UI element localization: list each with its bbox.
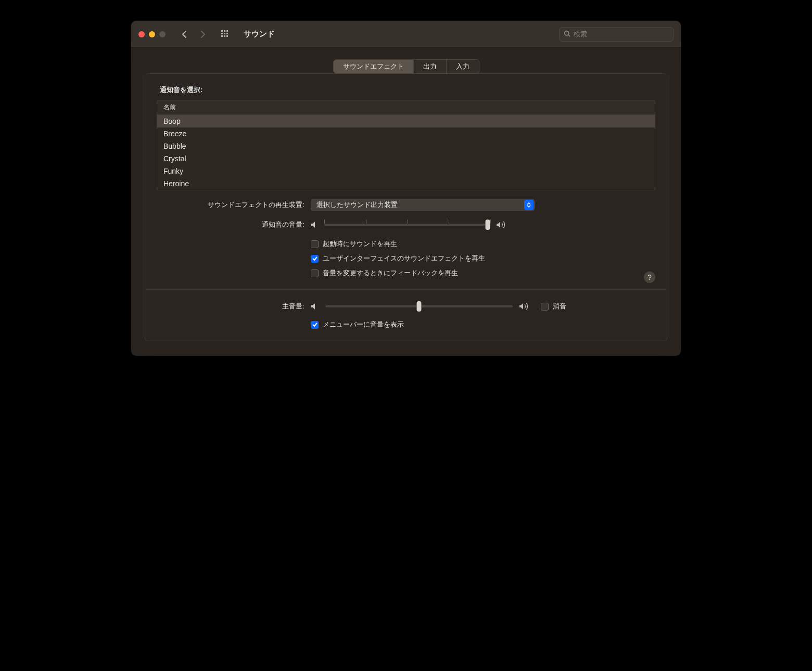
search-icon xyxy=(564,30,570,38)
svg-point-9 xyxy=(565,31,569,35)
list-item[interactable]: Crystal xyxy=(157,152,655,165)
volume-low-icon xyxy=(311,221,319,228)
sound-preferences-window: サウンド サウンドエフェクト 出力 入力 通知音を選択: 名前 Boop Bre… xyxy=(131,21,681,356)
svg-rect-6 xyxy=(221,35,223,37)
menubar-volume-checkbox[interactable] xyxy=(311,321,319,329)
volume-feedback-label: 音量を変更するときにフィードバックを再生 xyxy=(323,268,458,278)
svg-rect-0 xyxy=(221,30,223,32)
play-through-value: 選択したサウンド出力装置 xyxy=(316,200,398,210)
startup-sound-label: 起動時にサウンドを再生 xyxy=(323,239,397,249)
svg-rect-4 xyxy=(224,33,225,34)
ui-sound-checkbox[interactable] xyxy=(311,255,319,263)
zoom-window-button[interactable] xyxy=(159,31,166,37)
divider xyxy=(145,289,667,290)
mute-checkbox[interactable] xyxy=(541,303,549,311)
sound-effects-panel: 通知音を選択: 名前 Boop Breeze Bubble Crystal Fu… xyxy=(145,73,667,341)
minimize-window-button[interactable] xyxy=(149,31,155,37)
svg-rect-5 xyxy=(226,33,228,34)
svg-rect-3 xyxy=(221,33,223,34)
content-area: サウンドエフェクト 出力 入力 通知音を選択: 名前 Boop Breeze B… xyxy=(131,48,681,356)
list-item[interactable]: Boop xyxy=(157,115,655,127)
alert-volume-slider[interactable] xyxy=(324,220,491,230)
tab-bar: サウンドエフェクト 出力 入力 xyxy=(333,59,479,74)
svg-rect-1 xyxy=(224,30,225,32)
alert-volume-label: 通知音の音量: xyxy=(157,220,304,229)
help-button[interactable]: ? xyxy=(644,272,655,283)
close-window-button[interactable] xyxy=(138,31,145,37)
ui-sound-label: ユーザインターフェイスのサウンドエフェクトを再生 xyxy=(323,254,485,263)
svg-rect-7 xyxy=(224,35,225,37)
main-volume-slider[interactable] xyxy=(325,301,513,312)
play-through-select[interactable]: 選択したサウンド出力装置 xyxy=(311,199,535,211)
tab-sound-effects[interactable]: サウンドエフェクト xyxy=(334,60,414,73)
show-all-button[interactable] xyxy=(218,28,233,41)
forward-button[interactable] xyxy=(196,27,210,42)
mute-label: 消音 xyxy=(553,302,566,311)
back-button[interactable] xyxy=(177,27,192,42)
alert-sound-list: 名前 Boop Breeze Bubble Crystal Funky Hero… xyxy=(157,100,655,190)
tab-input[interactable]: 入力 xyxy=(447,60,479,73)
window-title: サウンド xyxy=(242,29,555,39)
toolbar: サウンド xyxy=(131,21,681,48)
list-column-name[interactable]: 名前 xyxy=(157,100,655,115)
volume-high-icon xyxy=(496,221,506,228)
window-controls xyxy=(138,31,166,37)
list-item[interactable]: Bubble xyxy=(157,140,655,152)
svg-rect-2 xyxy=(226,30,228,32)
list-item[interactable]: Heroine xyxy=(157,177,655,190)
startup-sound-checkbox[interactable] xyxy=(311,240,319,248)
volume-high-icon xyxy=(519,303,529,310)
select-stepper-icon xyxy=(524,200,534,210)
search-input[interactable] xyxy=(574,30,669,38)
search-field-wrap[interactable] xyxy=(559,27,674,42)
volume-feedback-checkbox[interactable] xyxy=(311,269,319,277)
tab-output[interactable]: 出力 xyxy=(414,60,447,73)
menubar-volume-label: メニューバーに音量を表示 xyxy=(323,320,404,329)
svg-rect-8 xyxy=(226,35,228,37)
list-item[interactable]: Breeze xyxy=(157,127,655,140)
play-through-label: サウンドエフェクトの再生装置: xyxy=(157,200,304,210)
main-volume-label: 主音量: xyxy=(157,302,304,311)
svg-line-10 xyxy=(568,34,570,36)
alert-sound-heading: 通知音を選択: xyxy=(160,85,655,95)
volume-low-icon xyxy=(311,303,319,310)
list-item[interactable]: Funky xyxy=(157,165,655,177)
